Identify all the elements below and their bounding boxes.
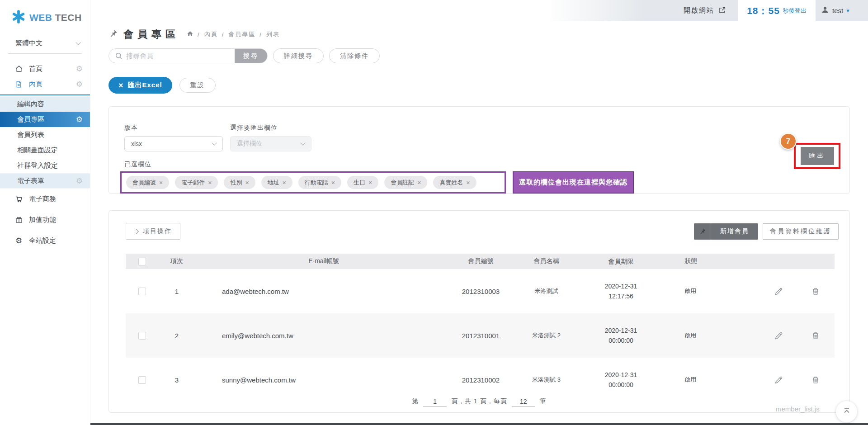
row-checkbox[interactable] xyxy=(138,332,146,340)
remove-chip-icon[interactable]: × xyxy=(159,179,163,186)
user-menu[interactable]: test ▾ xyxy=(816,0,868,21)
per-page-input[interactable] xyxy=(512,397,535,406)
version-label: 版本 xyxy=(124,124,223,132)
sidebar-item-addons[interactable]: 加值功能 xyxy=(0,212,90,227)
clear-filters-button[interactable]: 清除條件 xyxy=(329,48,380,63)
field-maintenance-button[interactable]: 會員資料欄位維護 xyxy=(763,223,839,240)
sidebar-item-screen-settings[interactable]: 相關畫面設定 xyxy=(0,142,90,158)
language-select[interactable]: 繁體中文 xyxy=(8,39,82,54)
chevron-down-icon xyxy=(212,140,217,145)
delete-icon[interactable] xyxy=(811,375,820,384)
open-site-button[interactable]: 開啟網站 xyxy=(546,0,738,21)
edit-icon[interactable] xyxy=(774,287,783,296)
table-header-row: 項次 E-mail帳號 會員編號 會員名稱 會員期限 狀態 xyxy=(126,254,835,269)
edit-icon[interactable] xyxy=(774,331,783,340)
remove-chip-icon[interactable]: × xyxy=(331,179,335,186)
export-excel-label: 匯出Excel xyxy=(128,81,162,90)
field-chip[interactable]: 電子郵件× xyxy=(175,176,218,189)
gear-icon[interactable]: ⚙ xyxy=(76,65,83,73)
sidebar-item-site-settings[interactable]: ⚙ 全站設定 xyxy=(0,233,90,248)
delete-icon[interactable] xyxy=(811,287,820,296)
field-chip[interactable]: 會員編號× xyxy=(126,176,169,189)
sidebar-item-label: 電子表單 xyxy=(17,177,44,185)
gift-icon xyxy=(14,216,23,224)
remove-chip-icon[interactable]: × xyxy=(208,179,212,186)
timer-suffix: 秒後登出 xyxy=(783,7,807,15)
add-member-button[interactable]: 新增會員 xyxy=(694,223,758,240)
sidebar-item-member-list[interactable]: 會員列表 xyxy=(0,127,90,142)
remove-chip-icon[interactable]: × xyxy=(283,179,286,186)
sidebar-item-home[interactable]: 首頁 ⚙ xyxy=(0,61,90,76)
member-id: 2012310001 xyxy=(453,332,509,340)
export-fields-select[interactable]: 選擇欄位 xyxy=(230,136,311,151)
gear-icon[interactable]: ⚙ xyxy=(76,116,83,123)
version-select[interactable]: xlsx xyxy=(124,136,223,151)
sidebar-item-social-login[interactable]: 社群登入設定 xyxy=(0,158,90,173)
topbar: 開啟網站 18：55 秒後登出 test ▾ xyxy=(90,0,868,21)
sidebar-item-ecommerce[interactable]: 電子商務 xyxy=(0,191,90,207)
scroll-to-top-button[interactable] xyxy=(836,401,857,422)
select-all-checkbox[interactable] xyxy=(138,258,146,265)
chevron-down-icon xyxy=(75,40,80,45)
row-checkbox[interactable] xyxy=(138,288,146,295)
remove-chip-icon[interactable]: × xyxy=(245,179,249,186)
breadcrumb-item[interactable]: 會員專區 xyxy=(228,30,255,38)
table-row: 1 ada@webtech.com.tw 2012310003 米洛測試 202… xyxy=(126,269,835,313)
member-name: 米洛測試 3 xyxy=(509,376,584,384)
export-annotation-box: 7 匯出 xyxy=(794,143,840,169)
page-input[interactable] xyxy=(423,397,447,406)
sidebar-item-inner-pages[interactable]: 內頁 ⚙ xyxy=(0,76,90,92)
field-chip[interactable]: 行動電話× xyxy=(298,176,341,189)
chip-label: 電子郵件 xyxy=(181,179,205,187)
remove-chip-icon[interactable]: × xyxy=(368,179,372,186)
field-chip[interactable]: 性別× xyxy=(224,176,255,189)
export-excel-button[interactable]: × 匯出Excel xyxy=(108,77,172,94)
scroll-top-icon xyxy=(842,406,851,417)
row-number: 1 xyxy=(159,288,195,295)
page-title: 會員專區 xyxy=(123,28,179,41)
field-chip[interactable]: 地址× xyxy=(261,176,292,189)
delete-icon[interactable] xyxy=(811,331,820,340)
search-button[interactable]: 搜尋 xyxy=(235,49,267,63)
sidebar-item-label: 編輯內容 xyxy=(17,100,44,109)
topbar-right: 開啟網站 18：55 秒後登出 test ▾ xyxy=(546,0,868,21)
member-name: 米洛測試 xyxy=(509,287,584,295)
advanced-search-button[interactable]: 詳細搜尋 xyxy=(273,48,324,63)
bulk-actions-button[interactable]: 項目操作 xyxy=(126,223,180,240)
row-checkbox[interactable] xyxy=(138,376,146,384)
column-header: 會員期限 xyxy=(584,256,658,266)
reset-button[interactable]: 重設 xyxy=(179,78,216,93)
search-box: 搜尋 xyxy=(108,48,268,63)
chip-label: 生日 xyxy=(354,179,365,187)
member-status: 啟用 xyxy=(658,376,719,384)
external-link-icon xyxy=(718,6,726,15)
search-input[interactable] xyxy=(109,49,235,63)
member-id: 2012310002 xyxy=(453,376,509,384)
breadcrumb-item[interactable]: 內頁 xyxy=(204,30,218,38)
version-value: xlsx xyxy=(131,140,142,147)
remove-chip-icon[interactable]: × xyxy=(417,179,421,186)
bulk-actions-label: 項目操作 xyxy=(143,227,172,236)
sidebar-item-edit-content[interactable]: 編輯內容 xyxy=(0,96,90,112)
edit-icon[interactable] xyxy=(774,375,783,385)
open-site-label: 開啟網站 xyxy=(684,6,714,15)
home-icon[interactable] xyxy=(187,30,193,38)
cart-icon xyxy=(14,195,23,203)
pushpin-icon xyxy=(108,29,118,40)
logo-text: WEBTECH xyxy=(29,12,82,23)
export-button[interactable]: 匯出 xyxy=(801,147,834,165)
member-email: sunny@webtech.com.tw xyxy=(195,376,453,384)
breadcrumb-item: 列表 xyxy=(266,30,280,38)
remove-chip-icon[interactable]: × xyxy=(466,179,470,186)
sidebar-item-eforms[interactable]: 電子表單 ⚙ xyxy=(0,173,90,189)
breadcrumb-separator: / xyxy=(259,31,262,38)
sidebar-item-member-area[interactable]: 會員專區 ⚙ xyxy=(0,112,90,127)
field-chip[interactable]: 真實姓名× xyxy=(433,176,476,189)
user-icon xyxy=(821,6,829,16)
gear-icon[interactable]: ⚙ xyxy=(76,80,83,88)
field-chip[interactable]: 會員註記× xyxy=(384,176,427,189)
main-content: 會員專區 / 內頁 / 會員專區 / 列表 搜尋 詳細搜尋 清除條件 × 匯出E… xyxy=(90,21,868,425)
gear-icon[interactable]: ⚙ xyxy=(76,177,83,185)
field-chip[interactable]: 生日× xyxy=(347,176,378,189)
script-filename: member_list.js xyxy=(776,405,820,413)
